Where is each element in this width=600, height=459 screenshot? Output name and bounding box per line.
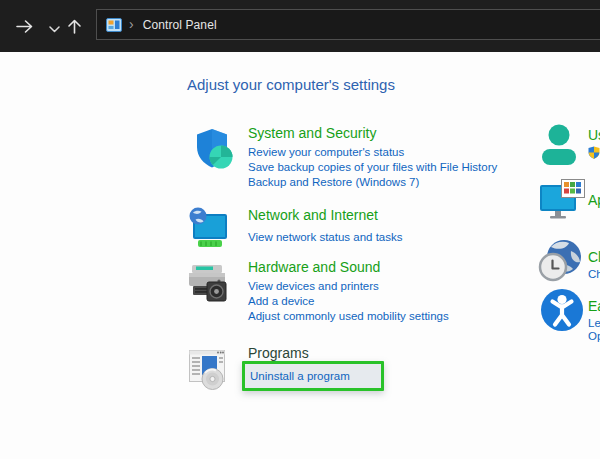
category-title-clock-and-region[interactable]: Clock and Region [588, 248, 600, 266]
shield-icon[interactable] [190, 126, 236, 176]
link-let-windows-suggest-settings[interactable]: Let Windows suggest settings [588, 317, 600, 330]
control-panel-icon [106, 18, 122, 32]
link-mobility-settings[interactable]: Adjust commonly used mobility settings [248, 309, 588, 324]
control-panel-window: › Control Panel Adjust your computer's s… [0, 0, 600, 459]
globe-clock-icon[interactable] [538, 238, 584, 288]
forward-button[interactable] [12, 14, 36, 38]
category-title-network-and-internet[interactable]: Network and Internet [248, 206, 588, 224]
link-view-devices-printers[interactable]: View devices and printers [248, 279, 588, 294]
person-icon[interactable] [540, 123, 580, 179]
uac-shield-icon [588, 146, 600, 159]
breadcrumb-chevron-icon: › [129, 17, 134, 31]
task-link-list: Let Windows suggest settings Optimize vi… [588, 317, 600, 343]
task-link-list: View network status and tasks [248, 230, 588, 245]
link-view-network-status[interactable]: View network status and tasks [248, 230, 588, 245]
link-uninstall-a-program[interactable]: Uninstall a program [245, 369, 350, 384]
link-review-computer-status[interactable]: Review your computer's status [248, 145, 588, 160]
annotation-highlight-box: Uninstall a program [242, 361, 384, 391]
explorer-toolbar: › Control Panel [0, 0, 600, 52]
monitor-globe-icon[interactable] [186, 206, 232, 256]
chevron-down-icon [49, 26, 60, 33]
link-change-date-time-formats[interactable]: Change date, time, or number formats [588, 268, 600, 281]
breadcrumb[interactable]: Control Panel [143, 18, 217, 32]
printer-speaker-icon[interactable] [183, 261, 233, 311]
address-bar[interactable]: › Control Panel [96, 9, 600, 40]
program-window-disc-icon[interactable] [185, 346, 231, 396]
link-file-history-backup[interactable]: Save backup copies of your files with Fi… [248, 160, 588, 175]
task-link-list: Change date, time, or number formats [588, 268, 600, 281]
page-title: Adjust your computer's settings [187, 76, 395, 93]
up-arrow-icon [67, 18, 82, 35]
up-button[interactable] [62, 14, 86, 38]
task-link-list: Change account type [588, 146, 600, 159]
forward-arrow-icon [15, 19, 34, 34]
link-backup-and-restore[interactable]: Backup and Restore (Windows 7) [248, 175, 588, 190]
category-title-hardware-and-sound[interactable]: Hardware and Sound [248, 258, 588, 276]
task-link-list: Review your computer's status Save backu… [248, 145, 588, 190]
category-title-system-and-security[interactable]: System and Security [248, 124, 588, 142]
category-title-programs[interactable]: Programs [248, 344, 588, 362]
link-add-a-device[interactable]: Add a device [248, 294, 588, 309]
link-optimize-visual-display[interactable]: Optimize visual display [588, 330, 600, 343]
task-link-list: View devices and printers Add a device A… [248, 279, 588, 324]
category-title-ease-of-access[interactable]: Ease of Access [588, 297, 600, 315]
category-title-appearance-personalization[interactable]: Appearance and Personalization [588, 191, 600, 209]
monitor-palette-icon[interactable] [540, 179, 590, 225]
category-title-user-accounts[interactable]: User Accounts [588, 126, 600, 144]
accessibility-icon[interactable] [540, 288, 584, 336]
